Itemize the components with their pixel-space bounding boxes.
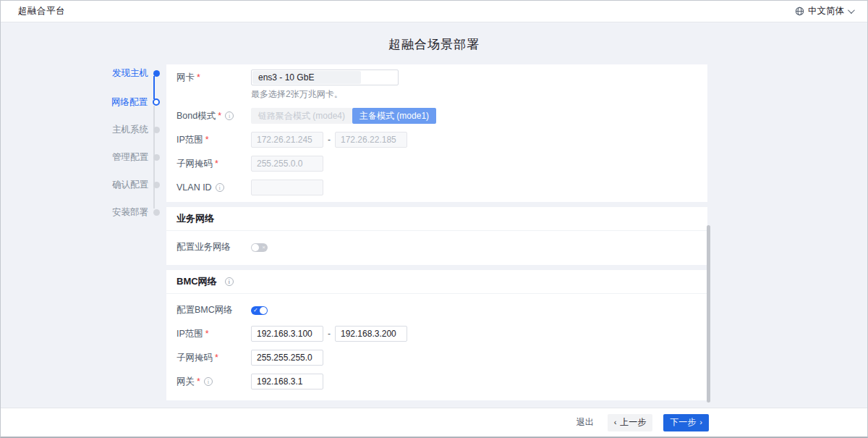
business-toggle-label: 配置业务网络: [176, 241, 231, 253]
stepper-item-network-config[interactable]: 网络配置: [93, 95, 160, 109]
previous-step-label: 上一步: [620, 416, 646, 429]
info-icon[interactable]: [225, 277, 234, 286]
previous-step-button[interactable]: ‹ 上一步: [608, 414, 653, 431]
bmc-network-panel: BMC网络 配置BMC网络 ✓ IP范围 - 子网掩码: [166, 270, 707, 400]
bmc-network-toggle[interactable]: ✓: [251, 306, 268, 315]
chevron-down-icon: [848, 7, 855, 14]
business-network-toggle[interactable]: ×: [251, 243, 268, 252]
bond-mode1-button[interactable]: 主备模式 (mode1): [352, 108, 436, 124]
toggle-knob: [252, 244, 259, 251]
app-window: 超融合平台 中文简体 超融合场景部署 发现主机 网络配置 主机系统 管理配置 确…: [0, 0, 868, 438]
info-icon[interactable]: [225, 111, 234, 120]
language-label: 中文简体: [808, 5, 844, 17]
bond-mode-segmented: 链路聚合模式 (mode4) 主备模式 (mode1): [251, 108, 436, 124]
globe-icon: [795, 7, 804, 16]
range-separator: -: [328, 329, 331, 339]
step-dot-icon: [153, 182, 160, 188]
nic-hint: 最多选择2张万兆网卡。: [251, 88, 707, 101]
bond-mode-label: Bond模式: [176, 110, 221, 122]
info-icon[interactable]: [204, 377, 213, 386]
bmc-gateway-label: 网关: [176, 376, 200, 388]
step-label: 管理配置: [93, 151, 148, 164]
topbar: 超融合平台 中文简体: [1, 1, 867, 22]
toggle-knob: [260, 307, 267, 314]
ip-range-end-input[interactable]: [335, 132, 407, 148]
step-label: 安装部署: [93, 206, 148, 219]
step-dot-current-icon: [153, 98, 160, 106]
bmc-ip-range-label: IP范围: [176, 328, 209, 340]
step-dot-icon: [153, 209, 160, 216]
info-icon[interactable]: [216, 183, 224, 192]
page-title: 超融合场景部署: [1, 36, 867, 53]
range-separator: -: [328, 135, 331, 145]
vertical-scrollbar[interactable]: [707, 225, 710, 403]
toggle-off-x-icon: ×: [262, 243, 265, 252]
step-label: 确认配置: [93, 179, 148, 191]
bmc-subnet-mask-label: 子网掩码: [176, 352, 218, 364]
bmc-gateway-input[interactable]: [251, 374, 323, 389]
step-dot-done-icon: [153, 70, 160, 77]
bmc-toggle-label: 配置BMC网络: [176, 304, 233, 316]
ip-range-start-input[interactable]: [251, 132, 323, 148]
subnet-mask-input[interactable]: [251, 156, 323, 172]
step-label: 发现主机: [93, 67, 148, 80]
footer-bar: 退出 ‹ 上一步 下一步 ›: [1, 408, 867, 437]
stepper-item-management-config[interactable]: 管理配置: [93, 150, 160, 164]
nic-selected-tag: ens3 - 10 GbE: [252, 71, 361, 84]
stepper-item-install-deploy[interactable]: 安装部署: [93, 205, 160, 219]
stepper-item-host-system[interactable]: 主机系统: [93, 122, 160, 137]
bmc-ip-range-start-input[interactable]: [251, 326, 323, 342]
step-label: 网络配置: [93, 96, 148, 109]
bond-mode4-button[interactable]: 链路聚合模式 (mode4): [251, 108, 352, 124]
exit-button[interactable]: 退出: [574, 414, 597, 431]
nic-select[interactable]: ens3 - 10 GbE: [251, 70, 399, 85]
chevron-left-icon: ‹: [614, 418, 617, 426]
business-network-title: 业务网络: [176, 212, 214, 225]
vlan-id-input[interactable]: [251, 180, 323, 195]
chevron-right-icon: ›: [699, 418, 702, 426]
next-step-label: 下一步: [670, 416, 696, 429]
ip-range-label: IP范围: [176, 134, 209, 146]
step-dot-icon: [153, 154, 160, 161]
vlan-id-label: VLAN ID: [176, 182, 212, 193]
bmc-subnet-mask-input[interactable]: [251, 350, 323, 366]
brand-logo: 超融合平台: [18, 5, 65, 17]
stepper-item-confirm-config[interactable]: 确认配置: [93, 177, 160, 192]
subnet-mask-label: 子网掩码: [176, 158, 218, 170]
step-label: 主机系统: [93, 124, 148, 136]
bmc-ip-range-end-input[interactable]: [335, 326, 407, 342]
network-config-panel: 网卡 ens3 - 10 GbE 最多选择2张万兆网卡。 Bond模式 链路聚合…: [166, 64, 707, 202]
bmc-network-title: BMC网络: [176, 275, 217, 288]
language-selector[interactable]: 中文简体: [795, 5, 853, 17]
stepper-item-discover-hosts[interactable]: 发现主机: [93, 66, 160, 80]
toggle-on-check-icon: ✓: [253, 306, 258, 315]
step-dot-icon: [153, 127, 160, 133]
business-network-panel: 业务网络 配置业务网络 ×: [166, 207, 707, 265]
next-step-button[interactable]: 下一步 ›: [663, 414, 709, 431]
nic-label: 网卡: [176, 72, 200, 84]
